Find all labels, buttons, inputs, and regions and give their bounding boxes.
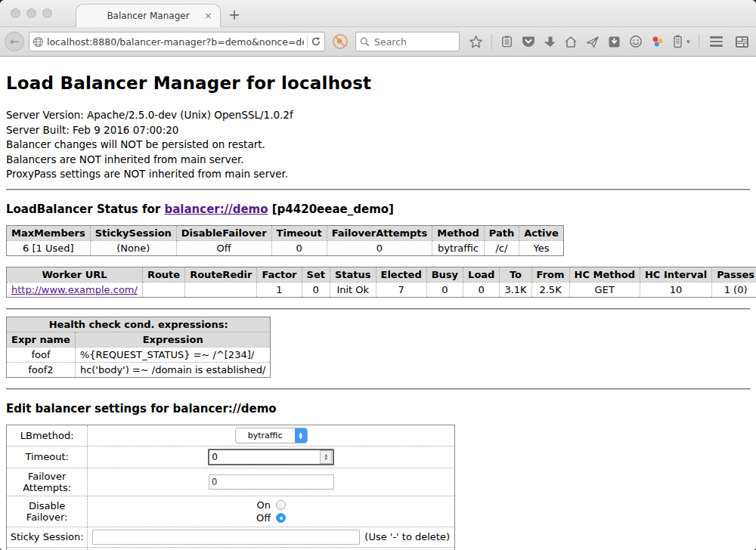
divider [6,308,750,310]
failover-off-radio[interactable] [276,513,286,523]
browser-tab[interactable]: Balancer Manager × [76,4,221,27]
worker-table: Worker URL Route RouteRedir Factor Set S… [6,267,756,298]
edit-settings-heading: Edit balancer settings for balancer://de… [6,402,750,416]
back-button[interactable]: ← [5,32,24,51]
minimize-window-button[interactable] [26,8,36,18]
lbmethod-select[interactable]: bytraffic ▲▼ [235,428,308,443]
content-blocked-icon[interactable] [332,33,349,50]
browser-window: Balancer Manager × + ← localhost:8880/ba… [0,0,756,550]
balancer-status-table: MaxMembers StickySession DisableFailover… [6,225,564,256]
timeout-input-wrap: ▲▼ [208,449,334,465]
health-check-table: Health check cond. expressions: Expr nam… [6,317,271,378]
persist-note-line: Balancer changes will NOT be persisted o… [6,138,750,153]
downloads-icon[interactable] [544,36,556,48]
window-controls [11,8,52,18]
disable-failover-label: Disable Failover: [7,496,88,527]
add-worker-label: Add New Worker: [7,547,88,550]
url-bar[interactable]: localhost:8880/balancer-manager?b=demo&n… [29,32,325,51]
table-header-row: MaxMembers StickySession DisableFailover… [7,225,564,240]
apps-grid-icon[interactable] [735,36,749,48]
proxypass-note-line: ProxyPass settings are NOT inherited fro… [6,167,750,182]
menu-icon[interactable] [710,36,723,47]
table-header-row: Worker URL Route RouteRedir Factor Set S… [7,267,756,282]
feedback-smiley-icon[interactable] [629,35,643,48]
disable-failover-row: Disable Failover: On Off [7,496,455,527]
timeout-label: Timeout: [7,446,88,468]
sticky-session-input[interactable] [92,530,360,545]
tab-strip: Balancer Manager × + [0,0,756,27]
select-stepper-icon: ▲▼ [295,428,307,443]
send-tab-icon[interactable] [586,36,600,48]
worker-url-link[interactable]: http://www.example.com/ [11,284,138,295]
home-icon[interactable] [564,36,578,48]
divider [6,388,750,390]
table-header-row: Expr name Expression [7,332,271,347]
tab-title: Balancer Manager [107,11,189,21]
battery-status-icon[interactable] [673,35,683,48]
page-content: Load Balancer Manager for localhost Serv… [0,57,756,550]
failover-attempts-row: Failover Attempts: [7,468,455,496]
failover-attempts-label: Failover Attempts: [7,468,88,496]
divider [6,189,750,190]
toolbar-icons: ▾ [469,34,699,49]
bookmark-star-icon[interactable] [469,35,483,49]
server-built-line: Server Built: Feb 9 2016 07:00:20 [6,123,750,138]
server-version-line: Server Version: Apache/2.5.0-dev (Unix) … [6,108,750,123]
sticky-session-label: Sticky Session: [7,527,88,547]
balancer-status-heading: LoadBalancer Status for balancer://demo … [6,202,750,216]
page-title: Load Balancer Manager for localhost [6,73,750,93]
table-row: foof2 hc('body') =~ /domain is establish… [7,362,271,377]
save-page-icon[interactable] [608,36,621,48]
navigation-toolbar: ← localhost:8880/balancer-manager?b=demo… [0,27,756,57]
new-tab-button[interactable]: + [228,6,240,23]
timeout-input[interactable] [209,452,320,462]
inherit-note-line: Balancers are NOT inherited from main se… [6,153,750,168]
close-window-button[interactable] [11,8,20,18]
zoom-window-button[interactable] [42,8,52,18]
server-info: Server Version: Apache/2.5.0-dev (Unix) … [6,108,750,182]
lbmethod-label: LBmethod: [7,425,88,446]
table-row: http://www.example.com/ 1 0 Init Ok 7 0 … [7,282,756,297]
failover-on-radio[interactable] [276,500,286,510]
edit-balancer-form: LBmethod: bytraffic ▲▼ Timeout: ▲▼ [6,425,455,550]
globe-icon [33,36,44,48]
extension-colored-dots-icon[interactable] [651,35,665,48]
search-icon [360,37,370,47]
reload-icon[interactable] [311,36,321,47]
failover-attempts-input[interactable] [209,474,334,490]
health-table-title: Health check cond. expressions: [7,317,271,332]
balancer-demo-link[interactable]: balancer://demo [164,202,268,216]
radio-on-label: On [256,499,270,511]
table-row: foof %{REQUEST_STATUS} =~ /^[234]/ [7,347,271,362]
search-bar[interactable] [355,32,460,51]
radio-off-label: Off [256,511,271,524]
search-input[interactable] [373,36,455,48]
sticky-hint: (Use '-' to delete) [364,531,450,542]
pocket-icon[interactable] [522,36,535,48]
number-stepper-icon[interactable]: ▲▼ [320,450,332,464]
url-text[interactable]: localhost:8880/balancer-manager?b=demo&n… [47,36,304,48]
chevron-down-icon[interactable]: ▾ [686,38,690,45]
add-worker-row: Add New Worker: Are you sure? [7,547,455,550]
tab-close-icon[interactable]: × [204,10,212,21]
sticky-session-row: Sticky Session: (Use '-' to delete) [7,527,455,547]
reading-list-icon[interactable] [500,35,513,48]
timeout-row: Timeout: ▲▼ [7,446,455,468]
table-row: 6 [1 Used] (None) Off 0 0 bytraffic /c/ … [7,240,564,255]
lbmethod-row: LBmethod: bytraffic ▲▼ [7,425,455,446]
